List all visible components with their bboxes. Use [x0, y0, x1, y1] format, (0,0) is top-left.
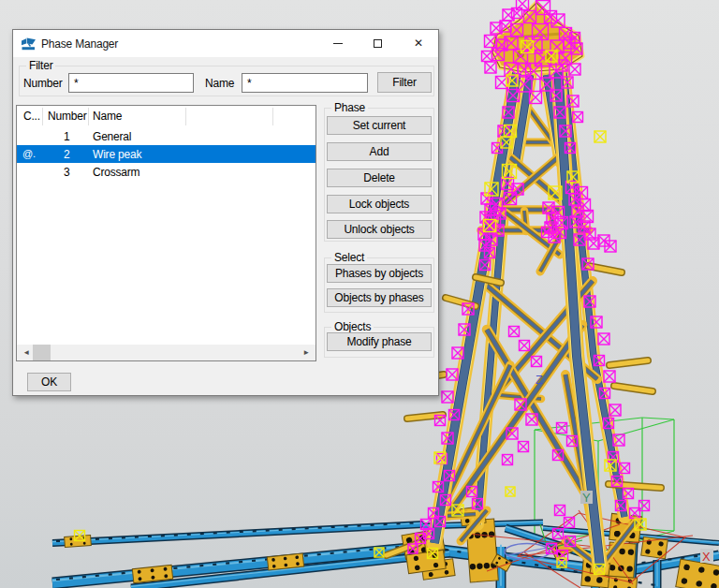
svg-text:X: X	[702, 550, 711, 564]
svg-text:Z: Z	[536, 373, 543, 387]
svg-text:Y: Y	[582, 491, 591, 505]
